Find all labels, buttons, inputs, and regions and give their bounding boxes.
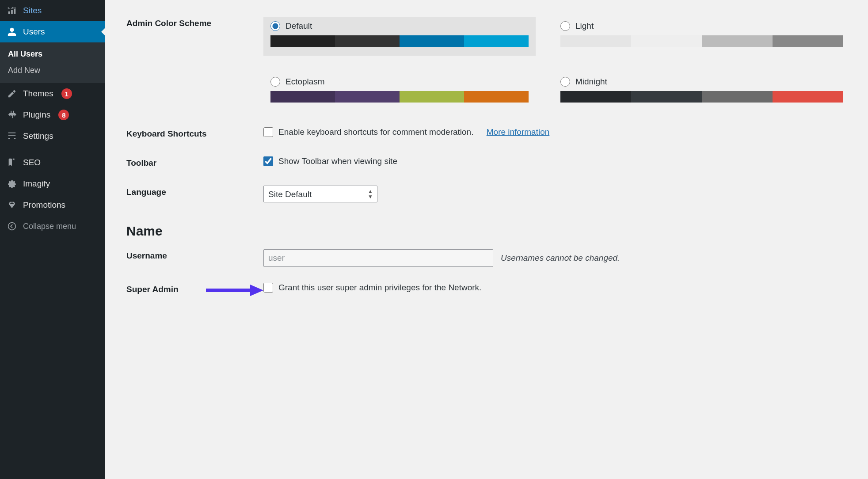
sidebar-item-label: Themes [23, 89, 53, 99]
users-icon [6, 26, 18, 38]
scheme-default[interactable]: Default [263, 17, 536, 56]
scheme-swatches [560, 91, 843, 103]
collapse-menu[interactable]: Collapse menu [0, 216, 105, 237]
sidebar-item-settings[interactable]: Settings [0, 125, 105, 147]
sidebar-item-label: Settings [23, 131, 53, 141]
sidebar-item-label: Imagify [23, 179, 50, 189]
submenu-all-users[interactable]: All Users [0, 46, 105, 62]
super-admin-label: Super Admin [126, 275, 263, 304]
settings-icon [6, 130, 18, 142]
keyboard-shortcuts-label: Keyboard Shortcuts [126, 119, 263, 148]
scheme-midnight[interactable]: Midnight [553, 72, 850, 111]
sidebar-item-imagify[interactable]: Imagify [0, 173, 105, 194]
sidebar-item-promotions[interactable]: Promotions [0, 194, 105, 216]
sidebar-item-seo[interactable]: SEO [0, 152, 105, 173]
language-label: Language [126, 178, 263, 210]
collapse-icon [6, 220, 18, 232]
imagify-icon [6, 178, 18, 190]
sidebar-item-themes[interactable]: Themes 1 [0, 83, 105, 104]
scheme-radio-ectoplasm[interactable] [270, 77, 280, 87]
sidebar-item-label: Plugins [23, 110, 50, 120]
toolbar-label: Toolbar [126, 148, 263, 178]
main-content: Admin Color Scheme Default [105, 0, 868, 479]
toolbar-row[interactable]: Show Toolbar when viewing site [263, 156, 850, 166]
super-admin-text: Grant this user super admin privileges f… [278, 283, 481, 293]
svg-marker-2 [250, 285, 263, 296]
scheme-name: Default [286, 21, 312, 31]
seo-icon [6, 157, 18, 168]
themes-icon [6, 88, 18, 99]
sidebar-item-sites[interactable]: Sites [0, 0, 105, 21]
sidebar-item-label: Sites [23, 6, 42, 15]
sites-icon [6, 5, 18, 16]
language-select-wrap: Site Default ▲▼ [263, 186, 377, 202]
profile-form: Admin Color Scheme Default [126, 9, 855, 210]
sidebar-item-users[interactable]: Users [0, 21, 105, 42]
scheme-radio-midnight[interactable] [560, 77, 570, 87]
keyboard-shortcuts-row[interactable]: Enable keyboard shortcuts for comment mo… [263, 127, 850, 137]
scheme-radio-default[interactable] [270, 21, 280, 31]
scheme-swatches [270, 91, 529, 103]
keyboard-shortcuts-checkbox[interactable] [263, 127, 273, 137]
name-section-heading: Name [126, 224, 855, 239]
collapse-label: Collapse menu [23, 222, 76, 231]
username-input [263, 249, 493, 267]
language-select[interactable]: Site Default [263, 186, 377, 202]
scheme-radio-light[interactable] [560, 21, 570, 31]
keyboard-shortcuts-text: Enable keyboard shortcuts for comment mo… [278, 127, 473, 137]
toolbar-checkbox[interactable] [263, 156, 273, 166]
sidebar-item-label: Promotions [23, 200, 65, 210]
sidebar-item-plugins[interactable]: Plugins 8 [0, 104, 105, 125]
username-label: Username [126, 241, 263, 275]
keyboard-more-info-link[interactable]: More information [487, 127, 550, 137]
annotation-arrow-icon [206, 285, 263, 296]
toolbar-text: Show Toolbar when viewing site [278, 156, 397, 166]
super-admin-checkbox[interactable] [263, 283, 273, 293]
submenu-add-new[interactable]: Add New [0, 62, 105, 79]
scheme-ectoplasm[interactable]: Ectoplasm [263, 72, 536, 111]
sidebar-item-label: SEO [23, 158, 41, 167]
admin-sidebar: Sites Users All Users Add New Themes 1 P… [0, 0, 105, 479]
super-admin-row[interactable]: Grant this user super admin privileges f… [263, 283, 850, 293]
sidebar-item-label: Users [23, 27, 45, 37]
update-badge: 1 [61, 88, 72, 99]
color-scheme-picker: Default Light [263, 17, 850, 111]
svg-point-0 [8, 223, 16, 230]
update-badge: 8 [58, 110, 69, 120]
name-form: Username Usernames cannot be changed. Su… [126, 241, 855, 304]
promotions-icon [6, 199, 18, 211]
username-hint: Usernames cannot be changed. [501, 253, 620, 262]
menu-separator [0, 147, 105, 152]
scheme-swatches [560, 35, 843, 47]
scheme-name: Light [575, 21, 594, 31]
scheme-name: Ectoplasm [286, 77, 325, 87]
scheme-name: Midnight [575, 77, 607, 87]
users-submenu: All Users Add New [0, 42, 105, 83]
color-scheme-label: Admin Color Scheme [126, 9, 263, 119]
current-pointer [101, 27, 106, 36]
plugins-icon [6, 109, 18, 121]
scheme-swatches [270, 35, 529, 47]
scheme-light[interactable]: Light [553, 17, 850, 56]
